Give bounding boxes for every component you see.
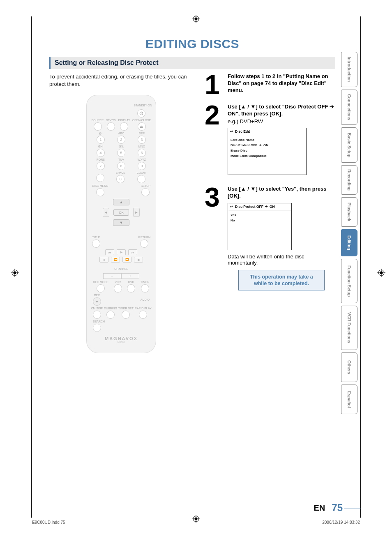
right-arrow-icon: ➔ [330,104,334,110]
clear-button [137,175,145,183]
page-footer: EN 75 [314,502,343,514]
disc-menu-button [96,188,104,196]
svg-point-7 [14,272,16,274]
title-button [92,240,100,248]
step-number-1: 1 [205,73,224,96]
open-close-button: ⏏ [138,122,146,131]
up-triangle-icon: ▲ [241,104,246,110]
step-3-heading: Use [▲ / ▼] to select "Yes", then press … [228,186,335,200]
osd-item-yes: Yes [231,212,289,218]
tab-others: Others [341,352,357,382]
digit-2: 2 [117,136,125,144]
channel-up: + [121,273,139,279]
digit-6: 6 [138,149,146,157]
vcr-button [114,284,122,292]
dtv-tv-button [107,122,115,131]
osd-item-erase-disc: Erase Disc [231,148,304,153]
step-1-text: Follow steps 1 to 2 in "Putting Name on … [228,73,335,94]
power-icon: ⏻ [137,109,145,117]
dubbing-button [106,311,115,319]
brand-logo: MAGNAVOX [90,336,152,341]
display-button [120,122,128,131]
play-icon: ▶ [117,249,126,255]
search-button [93,324,101,332]
tab-basic-setup: Basic Setup [341,127,357,163]
osd-item-disc-protect: Disc Protect OFF➔ON [231,143,304,148]
registration-mark-left [11,269,19,277]
step-3-note: Data will be written onto the disc momen… [228,253,335,266]
step-3: 3 Use [▲ / ▼] to select "Yes", then pres… [205,186,335,290]
nav-left-icon: ◄ [103,208,109,217]
digit-7: 7 [97,162,105,170]
brand-model: NB095 [90,341,152,343]
crop-timestamp: 2006/12/19 14:03:32 [322,520,360,525]
svg-point-15 [195,518,198,520]
right-arrow-icon: ➔ [259,143,262,147]
ok-button: OK [113,209,129,216]
tab-editing: Editing [341,229,357,256]
return-button [140,240,148,248]
step-number-3: 3 [205,186,224,290]
channel-down: − [103,273,121,279]
standby-label: STANDBY-ON [134,104,152,107]
nav-down-icon: ▼ [113,219,129,226]
digit-dot: . [96,174,104,182]
osd-item-edit-disc-name: Edit Disc Name [231,137,304,143]
up-triangle-icon: ▲ [241,186,246,192]
dvd-button [127,284,135,292]
step-2-subtext: e.g.) DVD+RW [228,118,335,124]
return-arrow-icon: ↩ [230,205,233,209]
tab-playback: Playback [341,197,357,227]
digit-0: 0 [116,175,125,183]
skip-fwd-icon: ⏭ [128,249,137,255]
skip-back-icon: ⏮ [105,249,114,255]
down-triangle-icon: ▼ [251,104,256,110]
svg-point-3 [195,18,198,21]
rec-button: ● [93,297,101,306]
nav-right-icon: ► [133,208,140,217]
rec-mode-button [97,284,105,292]
down-triangle-icon: ▼ [251,186,256,192]
section-heading: Setting or Releasing Disc Protect [49,57,335,69]
timer-set-button [122,311,130,319]
ffwd-icon: ⏩ [122,257,131,263]
language-code: EN [314,503,325,513]
osd-disc-protect: ↩Disc Protect OFF➔ON Yes No [228,203,292,250]
osd-disc-edit: ↩Disc Edit Edit Disc Name Disc Protect O… [228,128,307,175]
rapid-play-button [139,311,147,319]
return-arrow-icon: ↩ [230,129,233,134]
digit-1: 1 [97,136,105,144]
page-title: EDITING DISCS [49,37,335,51]
svg-point-11 [380,272,383,274]
footer-line [344,509,361,509]
registration-mark-right [377,269,385,277]
section-tab-rail: Introduction Connections Basic Setup Rec… [341,52,357,414]
step-2: 2 Use [▲ / ▼] to select "Disc Protect OF… [205,104,335,178]
navigation-pad: ▲ ◄ OK ► ▼ [95,199,148,233]
osd-item-make-edits: Make Edits Compatible [231,153,304,159]
pause-icon: ⏸ [99,257,108,263]
step-2-heading: Use [▲ / ▼] to select "Disc Protect OFF … [228,104,335,117]
digit-9: 9 [138,162,146,170]
crop-frame-right [360,16,361,518]
right-arrow-icon: ➔ [265,205,268,208]
source-button [94,122,102,131]
digit-3: 3 [138,136,146,144]
cm-skip-button [93,311,101,319]
nav-up-icon: ▲ [113,199,129,205]
tab-vcr-functions: VCR Functions [341,306,357,350]
osd-item-no: No [231,218,289,223]
setup-button [141,188,150,196]
digit-4: 4 [97,149,105,157]
step-number-2: 2 [205,104,224,178]
digit-5: 5 [117,149,125,157]
digit-8: 8 [117,162,125,170]
tab-introduction: Introduction [341,52,357,87]
stop-icon: ⏹ [134,257,143,263]
page-number: 75 [332,502,343,514]
registration-mark-bottom [192,515,200,523]
tab-recording: Recording [341,165,357,195]
timer-button [141,284,149,292]
tab-function-setup: Function Setup [341,259,357,303]
operation-note-box: This operation may take a while to be co… [238,270,325,291]
